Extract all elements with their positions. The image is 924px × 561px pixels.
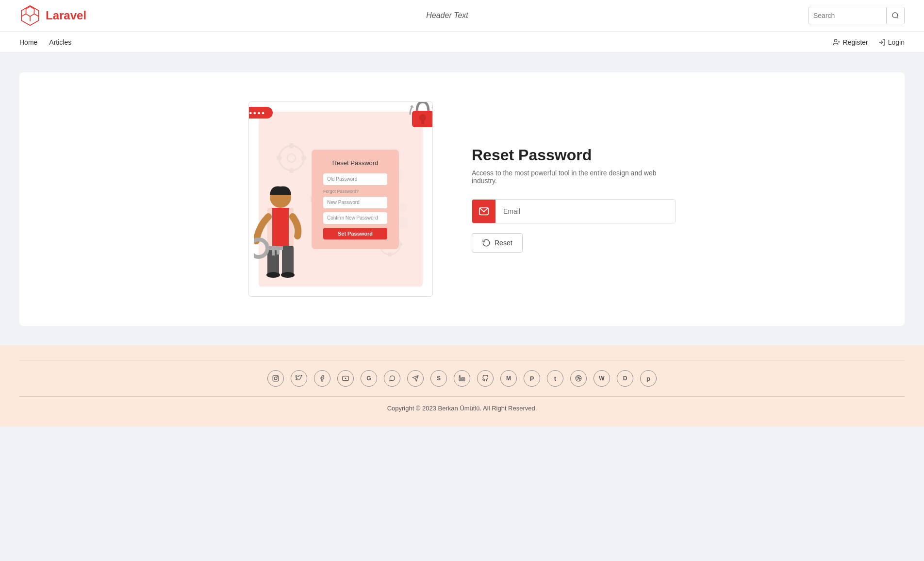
user-plus-icon: [833, 38, 841, 46]
svg-point-49: [274, 377, 277, 380]
telegram-icon[interactable]: [407, 370, 424, 387]
search-button[interactable]: [886, 7, 904, 24]
main-content: ●●●●●●●: [0, 53, 924, 345]
svg-line-1: [897, 17, 898, 18]
svg-marker-51: [345, 377, 346, 379]
illustration-person: [254, 178, 307, 287]
svg-rect-21: [277, 156, 281, 160]
login-label: Login: [888, 38, 905, 46]
svg-rect-18: [289, 143, 293, 148]
nav-links: Home Articles: [19, 38, 71, 46]
svg-rect-35: [282, 246, 294, 275]
pinterest-icon[interactable]: P: [524, 370, 540, 387]
search-icon: [891, 12, 899, 19]
medium-icon[interactable]: M: [500, 370, 517, 387]
search-input[interactable]: [808, 7, 886, 24]
illustration-inner: ●●●●●●●: [259, 112, 423, 287]
footer-copyright: Copyright © 2023 Berkan Ümütlü. All Righ…: [19, 405, 905, 412]
page-card: ●●●●●●●: [19, 72, 905, 326]
nav-actions: Register Login: [833, 38, 905, 46]
svg-point-17: [287, 154, 296, 162]
search-box: [808, 7, 905, 24]
login-icon: [878, 38, 886, 46]
dribbble-icon[interactable]: [570, 370, 587, 387]
svg-point-36: [266, 272, 280, 278]
svg-rect-54: [459, 377, 460, 381]
svg-point-16: [279, 146, 304, 170]
email-field[interactable]: [495, 200, 675, 223]
facebook-icon[interactable]: [314, 370, 330, 387]
svg-rect-20: [301, 156, 306, 160]
twitter-icon[interactable]: [291, 370, 307, 387]
reset-title: Reset Password: [472, 146, 676, 164]
instagram-icon[interactable]: [267, 370, 284, 387]
illus-old-password: Old Password: [323, 173, 387, 185]
paypal-icon[interactable]: p: [640, 370, 657, 387]
svg-point-55: [459, 375, 460, 376]
illustration-box: ●●●●●●●: [248, 102, 433, 297]
illus-set-button: Set Password: [323, 228, 387, 239]
reset-button[interactable]: Reset: [472, 233, 523, 253]
footer-divider-bottom: [19, 396, 905, 397]
social-icons: G S M P t W D p: [19, 370, 905, 387]
wordpress-icon[interactable]: W: [594, 370, 610, 387]
reset-form-section: Reset Password Access to the most powerf…: [472, 146, 676, 253]
illus-confirm-password: Confirm New Password: [323, 212, 387, 224]
laravel-logo-icon: [19, 5, 41, 26]
svg-rect-44: [421, 119, 424, 124]
svg-rect-25: [388, 253, 392, 256]
illus-new-password: New Password: [323, 197, 387, 208]
svg-rect-19: [289, 168, 293, 173]
svg-point-2: [834, 39, 837, 42]
nav-home[interactable]: Home: [19, 38, 37, 46]
header-text: Header Text: [426, 11, 468, 20]
login-link[interactable]: Login: [878, 38, 905, 46]
svg-point-50: [277, 376, 278, 377]
github-icon[interactable]: [477, 370, 494, 387]
reset-subtitle: Access to the most powerful tool in the …: [472, 169, 676, 185]
svg-marker-45: [431, 105, 433, 108]
discord-icon[interactable]: D: [617, 370, 633, 387]
register-link[interactable]: Register: [833, 38, 868, 46]
register-label: Register: [843, 38, 868, 46]
header: Laravel Header Text: [0, 0, 924, 32]
footer-divider-top: [19, 360, 905, 360]
email-input-row: [472, 199, 676, 223]
youtube-icon[interactable]: [337, 370, 354, 387]
google-icon[interactable]: G: [361, 370, 377, 387]
illustration: ●●●●●●●: [248, 102, 433, 297]
illustration-form-card: Reset Password Old Password Forgot Passw…: [312, 150, 399, 249]
password-bubble: ●●●●●●●: [248, 107, 273, 119]
svg-point-37: [281, 272, 295, 278]
illustration-form-title: Reset Password: [323, 159, 387, 167]
whatsapp-icon[interactable]: [384, 370, 400, 387]
reset-button-label: Reset: [495, 239, 512, 247]
tumblr-icon[interactable]: t: [547, 370, 563, 387]
navigation: Home Articles Register Login: [0, 32, 924, 53]
logo-text: Laravel: [46, 9, 86, 22]
nav-articles[interactable]: Articles: [49, 38, 71, 46]
logo: Laravel: [19, 5, 86, 26]
footer: G S M P t W D p Co: [0, 345, 924, 426]
reset-icon: [482, 238, 491, 247]
email-icon-box: [472, 200, 495, 223]
skype-icon[interactable]: S: [430, 370, 447, 387]
linkedin-icon[interactable]: [454, 370, 470, 387]
padlock-icon: [408, 102, 433, 133]
mail-icon: [478, 206, 489, 217]
illus-forgot-label: Forgot Password?: [323, 189, 387, 194]
svg-point-0: [892, 13, 898, 18]
